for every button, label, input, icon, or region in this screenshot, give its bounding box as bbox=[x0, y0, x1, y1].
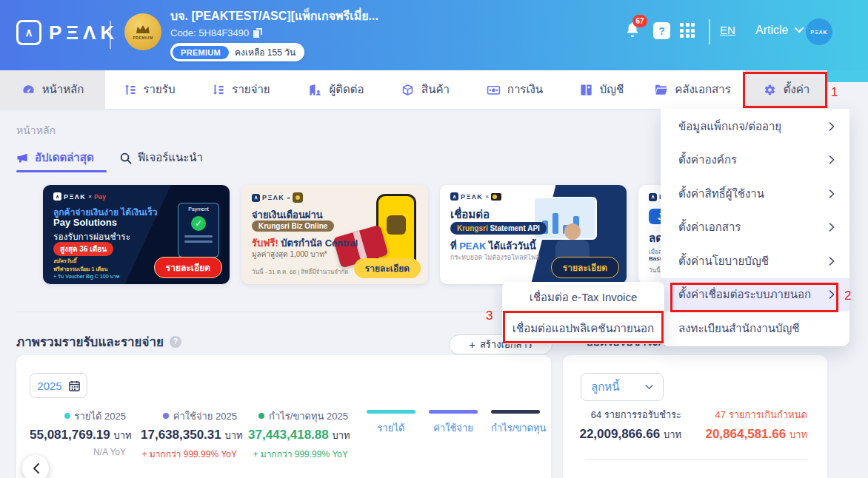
banner-krungsri-statement-api[interactable]: ∧PΞΛK × เชื่อมต่อ Krungsri Statement API… bbox=[440, 185, 627, 284]
debtor-selector[interactable]: ลูกหนี้ bbox=[581, 373, 664, 401]
income-icon bbox=[123, 83, 137, 97]
chevron-right-icon bbox=[829, 257, 835, 266]
menu-item-user-permissions[interactable]: ตั้งค่าสิทธิ์ผู้ใช้งาน bbox=[661, 177, 849, 211]
breadcrumb: หน้าหลัก bbox=[16, 122, 56, 138]
accounting-icon bbox=[579, 83, 593, 97]
stat-income: รายได้ 2025 55,081,769.19 บาท N/A YoY bbox=[30, 408, 126, 457]
legend-expense-toggle[interactable]: ค่าใช้จ่าย bbox=[429, 410, 478, 436]
nav-tab-accounting[interactable]: บัญชี bbox=[563, 70, 640, 109]
finance-icon bbox=[487, 83, 501, 97]
profit-dot bbox=[258, 413, 264, 419]
nav-tab-expense[interactable]: รายจ่าย bbox=[193, 70, 289, 109]
annotation-step-3: 3 bbox=[486, 309, 493, 323]
nav-tab-label: สินค้า bbox=[421, 81, 450, 98]
days-remaining: คงเหลือ 155 วัน bbox=[235, 45, 296, 59]
calendar-icon bbox=[69, 380, 80, 391]
year-picker[interactable]: 2025 bbox=[30, 373, 87, 398]
krungsri-logo bbox=[293, 192, 303, 203]
nav-tab-products[interactable]: สินค้า bbox=[384, 70, 467, 109]
nav-tab-label: การเงิน bbox=[507, 81, 543, 98]
megaphone-icon bbox=[16, 152, 29, 164]
copy-icon[interactable] bbox=[253, 28, 262, 38]
home-gauge-icon bbox=[21, 83, 36, 97]
tab-recommended-features[interactable]: ฟีเจอร์แนะนำ bbox=[119, 149, 203, 166]
legend-income-toggle[interactable]: รายได้ bbox=[367, 410, 415, 436]
pay-solutions-logo: Pay bbox=[94, 193, 106, 201]
payment-panel-graphic: Payment ✓ bbox=[178, 203, 219, 257]
stat-profit: กำไร/ขาดทุน 2025 37,443,418.88 บาท + มาก… bbox=[248, 408, 348, 461]
chart-legend: รายได้ ค่าใช้จ่าย กำไร/ขาดทุน bbox=[367, 410, 540, 436]
menu-item-external-connections[interactable]: ตั้งค่าเชื่อมต่อระบบภายนอก bbox=[661, 278, 849, 312]
header-extension bbox=[827, 70, 868, 82]
plan-pill[interactable]: PREMIUM คงเหลือ 155 วัน bbox=[170, 43, 304, 61]
company-info: บจ. [PEAKTEST/ASC][แพ็กเกจพรีเมี่ย... Co… bbox=[170, 7, 378, 61]
help-circle-icon[interactable]: ? bbox=[170, 336, 181, 348]
header-divider bbox=[110, 21, 111, 49]
menu-item-document-settings[interactable]: ตั้งค่าเอกสาร bbox=[661, 211, 849, 245]
tab-label: ฟีเจอร์แนะนำ bbox=[138, 149, 203, 166]
nav-tab-label: หน้าหลัก bbox=[42, 81, 84, 98]
nav-tab-income[interactable]: รายรับ bbox=[105, 70, 193, 109]
peak-mini-logo: ∧ bbox=[649, 193, 657, 201]
phone-graphic bbox=[376, 194, 416, 268]
banner-detail-button[interactable]: รายละเอียด bbox=[154, 257, 222, 278]
banner-notes: สมัครวันนี้ ฟรีค่าธรรมเนียม 1 เดือน + รั… bbox=[53, 257, 120, 281]
nav-tab-finance[interactable]: การเงิน bbox=[467, 70, 563, 109]
card-divider bbox=[585, 459, 807, 460]
header-divider-2 bbox=[709, 19, 710, 44]
banner-product: Pay Solutions bbox=[53, 217, 117, 228]
settings-dropdown-menu: ข้อมูลแพ็กเกจ/ต่ออายุ ตั้งค่าองค์กร ตั้ง… bbox=[661, 109, 849, 346]
banner-detail-button[interactable]: รายละเอียด bbox=[354, 258, 421, 278]
yoy-income: N/A YoY bbox=[30, 447, 126, 457]
menu-item-package-info[interactable]: ข้อมูลแพ็กเกจ/ต่ออายุ bbox=[661, 110, 849, 144]
annotation-step-2: 2 bbox=[844, 289, 851, 303]
nav-tab-home[interactable]: หน้าหลัก bbox=[0, 70, 105, 109]
peak-logo[interactable]: ∧ PΞΛK bbox=[16, 20, 118, 45]
banner-line: ที่ PEAK ได้แล้ววันนี้ bbox=[450, 238, 536, 254]
menu-item-accounting-policy[interactable]: ตั้งค่านโยบายบัญชี bbox=[661, 244, 849, 278]
user-avatar[interactable]: PΞΛK bbox=[806, 18, 832, 45]
chevron-down-icon bbox=[795, 27, 804, 33]
nav-tab-settings[interactable]: ตั้งค่า bbox=[745, 70, 827, 109]
submenu-item-etax-invoice[interactable]: เชื่อมต่อ e-Tax Invoice bbox=[502, 282, 664, 313]
banner-badge: Krungsri Statement API bbox=[450, 222, 547, 235]
header: ∧ PΞΛK PREMIUM บจ. [PEAKTEST/ASC][แพ็กเก… bbox=[0, 0, 868, 70]
peak-app: ∧ PΞΛK PREMIUM บจ. [PEAKTEST/ASC][แพ็กเก… bbox=[0, 0, 868, 478]
banner-badge: สูงสุด 36 เดือน bbox=[53, 242, 113, 256]
banner-pay-solutions[interactable]: ∧PΞΛK × Pay Payment ✓ ลูกค้าจ่ายเงินง่าย… bbox=[43, 185, 230, 284]
chevron-right-icon bbox=[829, 223, 835, 232]
settings-gear-icon bbox=[763, 83, 777, 97]
article-menu[interactable]: Article bbox=[755, 24, 804, 37]
apps-grid-button[interactable] bbox=[680, 23, 695, 38]
chevron-right-icon bbox=[829, 122, 835, 131]
tab-latest-updates[interactable]: อัปเดตล่าสุด bbox=[16, 149, 94, 166]
notifications-button[interactable]: 67 bbox=[624, 21, 643, 40]
language-switch[interactable]: EN bbox=[720, 24, 735, 36]
menu-item-org-settings[interactable]: ตั้งค่าองค์กร bbox=[661, 144, 849, 178]
legend-profit-toggle[interactable]: กำไร/ขาดทุน bbox=[491, 410, 540, 436]
peak-mini-logo: ∧ bbox=[53, 192, 61, 201]
profit-legend-bar bbox=[491, 410, 540, 414]
receivables-card: ลูกหนี้ 64 รายการรอรับชำระ 22,009,866.66… bbox=[563, 355, 827, 478]
products-icon bbox=[401, 83, 415, 97]
krungsri-logo bbox=[491, 193, 501, 201]
banner-detail-button[interactable]: รายละเอียด bbox=[551, 257, 619, 278]
premium-badge: PREMIUM bbox=[173, 46, 229, 59]
notification-count-badge: 67 bbox=[632, 15, 647, 27]
person-graphic bbox=[564, 223, 581, 240]
nav-tab-label: ตั้งค่า bbox=[784, 81, 810, 98]
chevron-down-icon bbox=[645, 385, 653, 390]
contacts-icon bbox=[308, 83, 322, 97]
nav-tab-label: บัญชี bbox=[600, 81, 624, 98]
banner-krungsri-biz[interactable]: ∧PΞΛK × จ่ายเงินเดือนผ่าน Krungsri Biz O… bbox=[241, 185, 428, 284]
menu-item-accounting-firm-register[interactable]: ลงทะเบียนสำนักงานบัญชี bbox=[661, 312, 849, 346]
nav-tab-documents[interactable]: คลังเอกสาร bbox=[640, 70, 745, 109]
income-legend-bar bbox=[367, 410, 415, 414]
nav-tab-label: รายจ่าย bbox=[232, 81, 270, 98]
nav-tab-contacts[interactable]: ผู้ติดต่อ bbox=[289, 70, 384, 109]
help-button[interactable]: ? bbox=[653, 22, 670, 39]
yoy-profit: + มากกว่า 999.99% YoY bbox=[248, 447, 348, 461]
carousel-prev-button[interactable] bbox=[22, 455, 49, 478]
pending-receivables: 64 รายการรอรับชำระ 22,009,866.66 บาท bbox=[579, 407, 681, 442]
submenu-item-external-apps[interactable]: เชื่อมต่อแอปพลิเคชันภายนอก bbox=[502, 313, 664, 344]
